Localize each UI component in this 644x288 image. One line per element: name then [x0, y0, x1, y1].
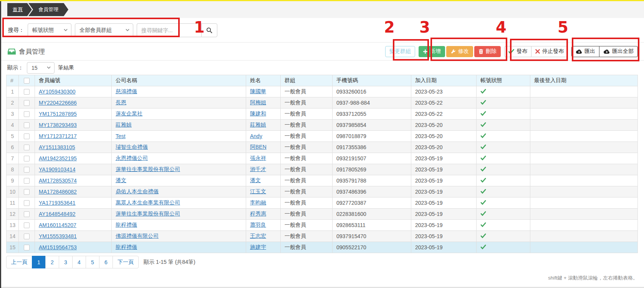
row-checkbox[interactable]	[24, 100, 30, 106]
edit-button[interactable]: 修改	[446, 46, 473, 57]
delete-button[interactable]: 刪除	[474, 46, 501, 57]
company-link[interactable]: 蓮華往生事業股份有限公司	[116, 211, 180, 217]
name-link[interactable]: 李昀融	[250, 199, 266, 206]
header-last-login: 最後登入日期	[530, 75, 638, 86]
breadcrumb-home[interactable]: 首頁	[7, 3, 32, 16]
row-index: 12	[7, 209, 19, 220]
name-link[interactable]: 潘文	[250, 177, 261, 183]
display-suffix: 筆結果	[58, 64, 74, 71]
next-page-button[interactable]: 下一頁	[113, 256, 139, 268]
row-checkbox[interactable]	[24, 133, 30, 139]
row-checkbox[interactable]	[24, 200, 30, 206]
name-link[interactable]: 施建宇	[250, 244, 266, 250]
name-link[interactable]: 阿梅姐	[250, 99, 266, 105]
company-link[interactable]: 鼎佑人本生命禮儀	[116, 188, 159, 194]
page-button-4[interactable]: 4	[72, 256, 86, 268]
page-size-select[interactable]: 15	[27, 62, 55, 74]
unpublish-button[interactable]: 停止發布	[531, 46, 568, 57]
name-link[interactable]: Andy	[250, 133, 262, 139]
change-group-button[interactable]: 變更群組	[385, 46, 415, 57]
company-link[interactable]: 慈鴻禮儀	[116, 88, 137, 94]
row-checkbox[interactable]	[24, 122, 30, 128]
table-row: 4MY1738293493莊雅媜莊雅媜一般會員09379858542023-05…	[7, 120, 638, 131]
add-button[interactable]: 新增	[419, 46, 445, 57]
member-id-link[interactable]: AM1942352195	[39, 155, 77, 161]
export-all-button[interactable]: 匯出全部	[599, 46, 638, 57]
name-link[interactable]: 程秀惠	[250, 211, 266, 217]
row-checkbox[interactable]	[24, 211, 30, 217]
row-checkbox[interactable]	[24, 145, 30, 150]
row-checkbox[interactable]	[24, 89, 30, 95]
page-button-5[interactable]: 5	[86, 256, 99, 268]
member-id-link[interactable]: AY1648548492	[39, 211, 76, 217]
join-date-cell: 2023-05-19	[411, 153, 477, 164]
row-checkbox[interactable]	[24, 245, 30, 250]
member-id-link[interactable]: YM1555393481	[39, 233, 77, 239]
company-link[interactable]: 璿智生命禮儀	[116, 144, 148, 150]
row-checkbox[interactable]	[24, 189, 30, 195]
last-login-cell	[530, 209, 638, 220]
name-link[interactable]: 張永祥	[250, 155, 266, 161]
member-id-link[interactable]: MY1712371217	[39, 133, 77, 139]
member-group-select[interactable]: 全部會員群組	[75, 23, 133, 37]
name-link[interactable]: 陳建和	[250, 110, 266, 117]
row-index: 13	[7, 220, 19, 231]
name-link-cell: 張永祥	[246, 153, 281, 164]
company-link[interactable]: 潘文	[116, 177, 126, 183]
member-id-link[interactable]: AM1601145207	[39, 222, 76, 228]
active-check-icon	[480, 133, 486, 138]
page-button-6[interactable]: 6	[99, 256, 113, 268]
member-id-link[interactable]: YA1719353641	[39, 200, 76, 206]
last-login-cell	[530, 120, 638, 131]
last-login-cell	[530, 175, 638, 186]
member-id-link[interactable]: MY2204226686	[39, 100, 77, 106]
search-button[interactable]	[201, 23, 217, 37]
prev-page-button[interactable]: 上一頁	[6, 256, 32, 268]
select-all-checkbox[interactable]	[24, 78, 30, 84]
company-link[interactable]: 永恩禮儀公司	[116, 155, 148, 161]
page-button-2[interactable]: 2	[45, 256, 59, 268]
phone-cell: 0927720387	[333, 197, 411, 209]
company-link[interactable]: 蓮華往生事業股份有限公司	[116, 166, 180, 172]
name-link[interactable]: 江玉文	[250, 188, 266, 194]
name-link[interactable]: 游千才	[250, 166, 266, 172]
company-link[interactable]: 莊雅媜	[116, 122, 132, 128]
export-button[interactable]: 匯出	[571, 46, 599, 57]
member-id-link[interactable]: AM1519564753	[39, 244, 77, 250]
member-id-link[interactable]: MA1728486082	[39, 189, 77, 195]
account-status-select[interactable]: 帳號狀態	[28, 23, 71, 37]
member-id-link[interactable]: MY1738293493	[39, 122, 77, 128]
company-link[interactable]: Test	[116, 133, 126, 139]
row-checkbox[interactable]	[24, 222, 30, 228]
company-link[interactable]: 萬眾人本生命事業有限公司	[116, 199, 180, 206]
row-index: 10	[7, 186, 19, 197]
name-link[interactable]: 莊雅媜	[250, 122, 266, 128]
row-checkbox[interactable]	[24, 178, 30, 184]
company-link[interactable]: 佛源禮儀有限公司	[116, 233, 159, 239]
member-id-link[interactable]: YM1751287895	[39, 111, 77, 117]
keyword-input[interactable]	[137, 23, 201, 37]
row-checkbox[interactable]	[24, 111, 30, 117]
company-link[interactable]: 龍程禮儀	[116, 244, 137, 250]
name-link[interactable]: 阿BEN	[250, 144, 267, 150]
member-id-link-cell: YA1719353641	[35, 197, 112, 209]
page-button-3[interactable]: 3	[59, 256, 73, 268]
publish-button[interactable]: 發布	[504, 46, 531, 57]
company-link-cell: 鼎佑人本生命禮儀	[112, 186, 246, 197]
page-button-1[interactable]: 1	[32, 256, 46, 268]
member-id-link[interactable]: AY1059430300	[39, 89, 76, 95]
company-link[interactable]: 蓮友企業社	[116, 110, 142, 117]
row-checkbox-cell	[19, 197, 35, 209]
company-link[interactable]: 長恩	[116, 99, 126, 105]
row-checkbox[interactable]	[24, 234, 30, 239]
row-checkbox[interactable]	[24, 156, 30, 161]
member-id-link[interactable]: AM1728530574	[39, 178, 77, 184]
inbox-icon	[7, 47, 16, 56]
name-link[interactable]: 王志宏	[250, 233, 266, 239]
name-link[interactable]: 蕭羽良	[250, 222, 266, 228]
row-checkbox[interactable]	[24, 167, 30, 173]
name-link[interactable]: 陳國華	[250, 88, 266, 94]
member-id-link[interactable]: YA1909103414	[39, 166, 76, 173]
company-link[interactable]: 龍程禮儀	[116, 222, 137, 228]
member-id-link[interactable]: AY1511383105	[39, 144, 75, 150]
